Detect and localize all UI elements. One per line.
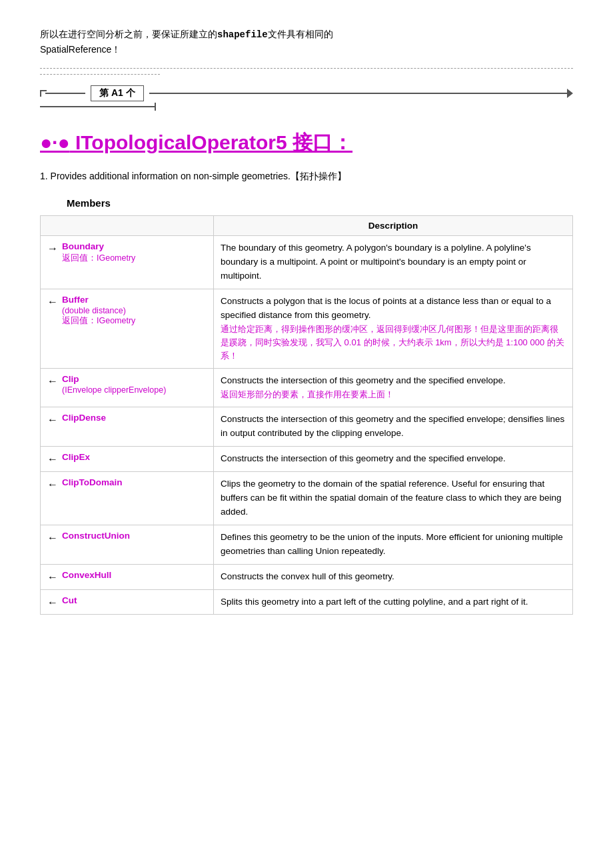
member-desc-cell: Constructs the intersection of this geom… xyxy=(214,369,573,407)
table-row: ←ClipDenseConstructs the intersection of… xyxy=(41,407,573,447)
member-name-cell: ←ConstructUnion xyxy=(41,525,214,564)
arrow-right-icon: → xyxy=(47,243,58,255)
members-title: Members xyxy=(67,197,573,209)
member-desc-cell: Constructs the convex hull of this geome… xyxy=(214,564,573,589)
table-row: ←ConstructUnionDefines this geometry to … xyxy=(41,525,573,564)
member-desc-cell: Clips the geometry to the domain of the … xyxy=(214,472,573,525)
member-name-cell: ←Cut xyxy=(41,589,214,615)
member-name-cell: ←ClipDense xyxy=(41,407,214,447)
member-name-label: ClipToDomain xyxy=(62,477,123,487)
intro-text: 所以在进行空间分析之前，要保证所建立的shapefile文件具有相同的 Spat… xyxy=(40,27,573,57)
arrow-left-icon: ← xyxy=(47,453,58,465)
table-row: ←Buffer(double distance) 返回值：IGeometryCo… xyxy=(41,289,573,368)
member-desc-cell: Constructs the intersection of this geom… xyxy=(214,407,573,447)
desc-en: Constructs a polygon that is the locus o… xyxy=(221,296,551,320)
table-row: ←ConvexHullConstructs the convex hull of… xyxy=(41,564,573,589)
desc-en: Constructs the convex hull of this geome… xyxy=(221,571,394,581)
member-name-label: Cut xyxy=(62,595,77,605)
member-sub-label: (IEnvelope clipperEnvelope) xyxy=(62,385,166,395)
col-header-name xyxy=(41,216,214,236)
nav-row-1: 第 A1 个 xyxy=(40,85,573,101)
col-header-desc: Description xyxy=(214,216,573,236)
arrow-left-icon: ← xyxy=(47,296,58,308)
divider-line xyxy=(40,68,573,69)
desc-en: Clips the geometry to the domain of the … xyxy=(221,479,562,517)
table-row: ←CutSplits this geometry into a part lef… xyxy=(41,589,573,615)
member-name-label: ConvexHull xyxy=(62,570,111,580)
nav-short-start xyxy=(40,106,48,107)
intro-paragraph: 所以在进行空间分析之前，要保证所建立的shapefile文件具有相同的 Spat… xyxy=(40,27,573,57)
arrow-left-icon: ← xyxy=(47,375,58,387)
member-name-label: Buffer xyxy=(62,295,89,305)
nav-end-bracket xyxy=(155,103,156,111)
desc-en: Constructs the intersection of this geom… xyxy=(221,375,506,385)
member-name-cell: →Boundary返回值：IGeometry xyxy=(41,236,214,289)
member-name-label: ClipDense xyxy=(62,413,106,423)
arrow-left-icon: ← xyxy=(47,479,58,491)
member-desc-cell: The boundary of this geometry. A polygon… xyxy=(214,236,573,289)
member-name-label: ClipEx xyxy=(62,452,90,462)
member-name-cell: ←Buffer(double distance) 返回值：IGeometry xyxy=(41,289,214,368)
members-table: Description →Boundary返回值：IGeometryThe bo… xyxy=(40,215,573,615)
member-sub-label: 返回值：IGeometry xyxy=(62,253,135,264)
table-row: ←Clip(IEnvelope clipperEnvelope)Construc… xyxy=(41,369,573,407)
desc-en: Constructs the intersection of this geom… xyxy=(221,414,564,438)
nav-short-line xyxy=(48,106,155,107)
member-desc-cell: Defines this geometry to be the union of… xyxy=(214,525,573,564)
desc-en: The boundary of this geometry. A polygon… xyxy=(221,243,531,281)
member-name-label: ConstructUnion xyxy=(62,531,130,541)
table-header-row: Description xyxy=(41,216,573,236)
main-heading: ●·● ITopologicalOperator5 接口： xyxy=(40,129,573,157)
member-name-cell: ←ConvexHull xyxy=(41,564,214,589)
nav-line-right xyxy=(149,93,567,94)
arrow-left-icon: ← xyxy=(47,571,58,583)
member-desc-cell: Constructs the intersection of this geom… xyxy=(214,447,573,472)
member-name-cell: ←ClipToDomain xyxy=(41,472,214,525)
arrow-left-icon: ← xyxy=(47,597,58,609)
nav-tick-right xyxy=(567,89,573,98)
member-name-cell: ←Clip(IEnvelope clipperEnvelope) xyxy=(41,369,214,407)
member-name-label: Clip xyxy=(62,374,79,384)
nav-label-box: 第 A1 个 xyxy=(91,85,144,101)
desc-en: Defines this geometry to be the union of… xyxy=(221,532,563,556)
member-name-cell: ←ClipEx xyxy=(41,447,214,472)
table-row: ←ClipToDomainClips the geometry to the d… xyxy=(41,472,573,525)
provides-text: 1. Provides additional information on no… xyxy=(40,169,573,184)
nav-widget: 第 A1 个 xyxy=(40,85,573,111)
divider-line-2 xyxy=(40,74,160,75)
member-desc-cell: Splits this geometry into a part left of… xyxy=(214,589,573,615)
member-sub-label: (double distance) 返回值：IGeometry xyxy=(62,306,135,327)
table-row: →Boundary返回值：IGeometryThe boundary of th… xyxy=(41,236,573,289)
member-name-label: Boundary xyxy=(62,241,104,251)
desc-en: Splits this geometry into a part left of… xyxy=(221,597,528,607)
nav-row-2 xyxy=(40,103,573,111)
table-row: ←ClipExConstructs the intersection of th… xyxy=(41,447,573,472)
member-desc-cell: Constructs a polygon that is the locus o… xyxy=(214,289,573,368)
desc-cn: 通过给定距离，得到操作图形的缓冲区，返回得到缓冲区几何图形！但是这里面的距离很是… xyxy=(221,324,564,361)
arrow-left-icon: ← xyxy=(47,532,58,544)
nav-line-left xyxy=(45,93,85,94)
desc-cn: 返回矩形部分的要素，直接作用在要素上面！ xyxy=(221,389,394,399)
arrow-left-icon: ← xyxy=(47,414,58,426)
desc-en: Constructs the intersection of this geom… xyxy=(221,453,506,463)
